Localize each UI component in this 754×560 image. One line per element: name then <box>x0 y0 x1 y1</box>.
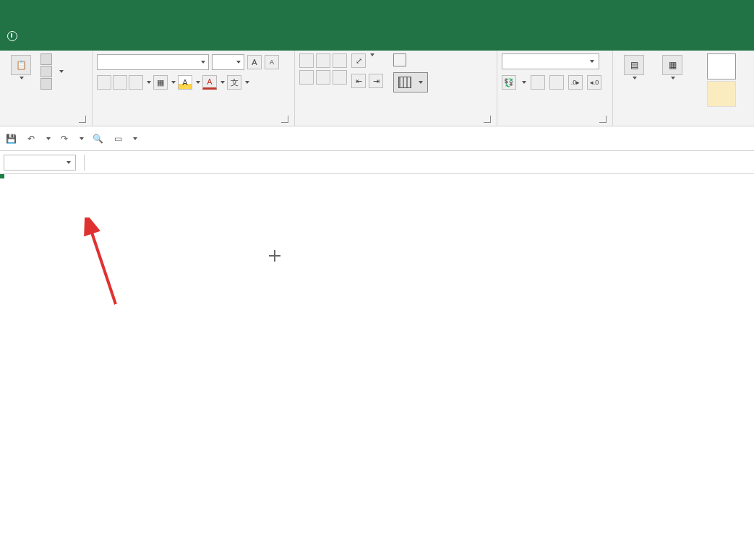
group-clipboard: 📋 <box>0 51 93 126</box>
table-icon: ▦ <box>662 55 682 75</box>
redo-button[interactable]: ↷ <box>58 132 71 145</box>
formula-bar <box>0 151 754 174</box>
chevron-down-icon <box>236 61 241 64</box>
svg-line-0 <box>90 228 116 304</box>
decrease-font-button[interactable]: A <box>265 55 279 69</box>
scissors-icon <box>40 53 52 65</box>
cell-style-normal[interactable] <box>707 53 736 79</box>
align-grid <box>299 53 347 85</box>
accounting-format-button[interactable]: 💱 <box>502 75 516 90</box>
save-button[interactable]: 💾 <box>4 132 17 145</box>
dialog-launcher-icon[interactable] <box>484 116 491 123</box>
group-number: 💱 .0▸ ◂.0 <box>497 51 613 126</box>
cancel-entry-button[interactable] <box>89 155 105 171</box>
font-name-select[interactable] <box>97 54 209 70</box>
chevron-down-icon <box>59 70 64 73</box>
comma-button[interactable] <box>549 75 564 90</box>
lightbulb-icon <box>7 31 17 41</box>
dialog-launcher-icon[interactable] <box>281 116 288 123</box>
confirm-entry-button[interactable] <box>105 155 121 171</box>
border-button[interactable]: ▦ <box>153 75 168 90</box>
cursor-crosshair-icon <box>269 250 280 262</box>
number-format-select[interactable] <box>502 53 599 69</box>
increase-font-button[interactable]: A <box>247 55 262 69</box>
customize-qat-icon[interactable] <box>133 137 137 140</box>
format-painter-button[interactable] <box>40 78 64 90</box>
name-box[interactable] <box>4 155 76 171</box>
dialog-launcher-icon[interactable] <box>79 116 86 123</box>
chevron-down-icon <box>671 77 675 79</box>
quick-access-toolbar: 💾 ↶ ↷ 🔍 ▭ <box>0 126 754 151</box>
conditional-format-button[interactable]: ▤ <box>617 53 651 81</box>
paste-button[interactable]: 📋 <box>4 53 38 81</box>
phonetic-button[interactable]: 文 <box>227 75 241 90</box>
annotation-arrow <box>80 217 130 311</box>
align-right-button[interactable] <box>333 70 347 85</box>
chevron-down-icon[interactable] <box>171 81 176 84</box>
chevron-down-icon <box>633 77 637 79</box>
chevron-down-icon[interactable] <box>522 81 526 84</box>
chevron-down-icon[interactable] <box>220 81 225 84</box>
align-top-button[interactable] <box>299 53 314 68</box>
paste-icon: 📋 <box>11 55 31 75</box>
chevron-down-icon[interactable] <box>370 53 374 56</box>
qat-extra-button[interactable]: ▭ <box>111 132 124 145</box>
orientation-button[interactable]: ⤢ <box>351 53 366 68</box>
separator <box>84 155 85 171</box>
decrease-decimal-button[interactable]: ◂.0 <box>587 75 601 90</box>
underline-button[interactable] <box>129 75 143 90</box>
chevron-down-icon[interactable] <box>46 137 51 140</box>
ribbon: 📋 A A ▦ <box>0 51 754 126</box>
bold-button[interactable] <box>97 75 111 90</box>
font-size-select[interactable] <box>212 54 244 70</box>
font-color-button[interactable]: A <box>202 75 217 90</box>
formula-input[interactable] <box>137 155 754 171</box>
chevron-down-icon <box>590 60 594 63</box>
copy-icon <box>40 66 52 77</box>
decrease-indent-button[interactable]: ⇤ <box>351 74 366 88</box>
chevron-down-icon <box>419 81 423 84</box>
increase-decimal-button[interactable]: .0▸ <box>568 75 583 90</box>
chevron-down-icon[interactable] <box>147 81 151 84</box>
cell-style-good[interactable] <box>707 81 736 107</box>
insert-function-button[interactable] <box>121 155 137 171</box>
align-middle-button[interactable] <box>316 53 330 68</box>
chevron-down-icon <box>20 77 24 79</box>
fill-color-button[interactable]: A <box>178 75 192 90</box>
selection-fill-handle[interactable] <box>0 174 4 178</box>
undo-button[interactable]: ↶ <box>25 132 38 145</box>
align-left-button[interactable] <box>299 70 314 85</box>
chevron-down-icon[interactable] <box>80 137 84 140</box>
print-preview-button[interactable]: 🔍 <box>91 132 104 145</box>
chevron-down-icon[interactable] <box>196 81 200 84</box>
tell-me-search[interactable] <box>7 22 23 51</box>
align-center-button[interactable] <box>316 70 330 85</box>
chevron-down-icon <box>201 61 205 64</box>
merge-center-button[interactable] <box>393 72 428 92</box>
format-as-table-button[interactable]: ▦ <box>651 53 694 81</box>
title-bar <box>0 0 754 22</box>
chevron-down-icon[interactable] <box>245 81 249 84</box>
group-alignment: ⤢ ⇤ ⇥ <box>295 51 497 126</box>
wrap-text-button[interactable] <box>393 53 428 66</box>
cut-button[interactable] <box>40 53 64 65</box>
increase-indent-button[interactable]: ⇥ <box>369 74 383 88</box>
italic-button[interactable] <box>113 75 127 90</box>
dialog-launcher-icon[interactable] <box>599 116 607 123</box>
wrap-icon <box>393 53 406 66</box>
percent-button[interactable] <box>531 75 545 90</box>
merge-icon <box>398 77 411 88</box>
chevron-down-icon <box>67 161 71 164</box>
copy-button[interactable] <box>40 66 64 77</box>
group-font: A A ▦ A A 文 <box>93 51 295 126</box>
align-bottom-button[interactable] <box>333 53 347 68</box>
ribbon-tabs <box>0 22 754 51</box>
group-styles: ▤ ▦ <box>613 51 707 126</box>
brush-icon <box>40 78 52 90</box>
conditional-format-icon: ▤ <box>624 55 644 75</box>
